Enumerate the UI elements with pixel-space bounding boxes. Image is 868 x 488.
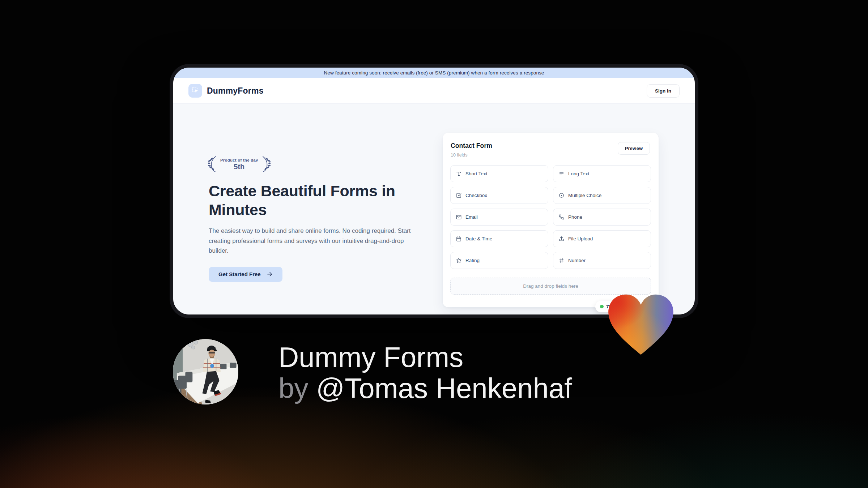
field-type-button[interactable]: Multiple Choice (553, 187, 651, 204)
browser-window: New feature coming soon: receive emails … (173, 68, 695, 314)
credit-text: Dummy Forms by @Tomas Henkenhaf (278, 342, 572, 404)
field-type-button[interactable]: Email (450, 209, 548, 226)
hash-icon (559, 258, 564, 263)
author-avatar (173, 339, 238, 404)
announcement-banner: New feature coming soon: receive emails … (173, 68, 695, 78)
pod-rank: 5th (220, 163, 258, 171)
hero-description: The easiest way to build and share onlin… (209, 226, 417, 256)
credit-product-name: Dummy Forms (278, 342, 572, 373)
field-type-button[interactable]: Checkbox (450, 187, 548, 204)
dropzone[interactable]: Drag and drop fields here (450, 278, 651, 295)
gradient-heart-icon (606, 294, 676, 356)
field-type-label: Long Text (568, 171, 589, 176)
field-type-button[interactable]: Long Text (553, 165, 651, 182)
form-builder-card: Contact Form 10 fields Preview Short Tex… (443, 133, 659, 307)
announcement-text: New feature coming soon: receive emails … (324, 70, 544, 76)
field-type-button[interactable]: Phone (553, 209, 651, 226)
short-text-icon (456, 171, 461, 176)
dropzone-text: Drag and drop fields here (523, 283, 578, 289)
field-type-button[interactable]: File Upload (553, 230, 651, 247)
form-title: Contact Form (451, 142, 492, 150)
sign-in-button[interactable]: Sign In (647, 84, 680, 98)
field-type-button[interactable]: Date & Time (450, 230, 548, 247)
form-card-header: Contact Form 10 fields Preview (443, 133, 659, 158)
email-icon (456, 214, 461, 220)
pod-label: Product of the day (220, 158, 258, 162)
live-dot-icon (600, 305, 604, 308)
long-text-icon (559, 171, 564, 176)
field-type-button[interactable]: Number (553, 252, 651, 269)
field-type-label: Multiple Choice (568, 193, 601, 198)
hero-section: Product of the day 5th (209, 155, 420, 282)
field-type-label: Rating (465, 258, 480, 263)
hero-title: Create Beautiful Forms in Minutes (209, 182, 404, 219)
field-type-label: File Upload (568, 236, 593, 241)
field-type-grid: Short TextLong TextCheckboxMultiple Choi… (450, 165, 651, 269)
get-started-button[interactable]: Get Started Free (209, 267, 282, 282)
field-type-label: Date & Time (465, 236, 492, 241)
credit-author: @Tomas Henkenhaf (316, 372, 572, 404)
upload-icon (559, 236, 564, 241)
laurel-right-icon (260, 155, 271, 174)
arrow-right-icon (267, 271, 273, 277)
field-type-label: Number (568, 258, 586, 263)
field-type-label: Short Text (465, 171, 488, 176)
app-header: DummyForms Sign In (173, 78, 695, 104)
credit-byline-prefix: by (278, 372, 308, 404)
get-started-label: Get Started Free (218, 271, 261, 277)
field-type-button[interactable]: Short Text (450, 165, 548, 182)
landing-main: Product of the day 5th (173, 104, 695, 314)
star-icon (456, 258, 461, 263)
radio-icon (559, 193, 564, 198)
form-field-count: 10 fields (451, 153, 492, 158)
form-card-titles: Contact Form 10 fields (451, 142, 492, 158)
product-of-the-day-text: Product of the day 5th (220, 158, 258, 171)
field-type-label: Phone (568, 214, 582, 220)
field-type-label: Checkbox (465, 193, 487, 198)
brand-logo[interactable] (188, 84, 202, 98)
product-of-the-day-badge: Product of the day 5th (208, 155, 420, 174)
laurel-left-icon (208, 155, 218, 174)
field-type-label: Email (465, 214, 478, 220)
cursor-select-icon (191, 86, 199, 95)
phone-icon (559, 214, 564, 220)
field-type-button[interactable]: Rating (450, 252, 548, 269)
brand-name: DummyForms (207, 86, 264, 96)
checkbox-icon (456, 193, 461, 198)
calendar-icon (456, 236, 461, 241)
preview-button[interactable]: Preview (618, 142, 650, 155)
